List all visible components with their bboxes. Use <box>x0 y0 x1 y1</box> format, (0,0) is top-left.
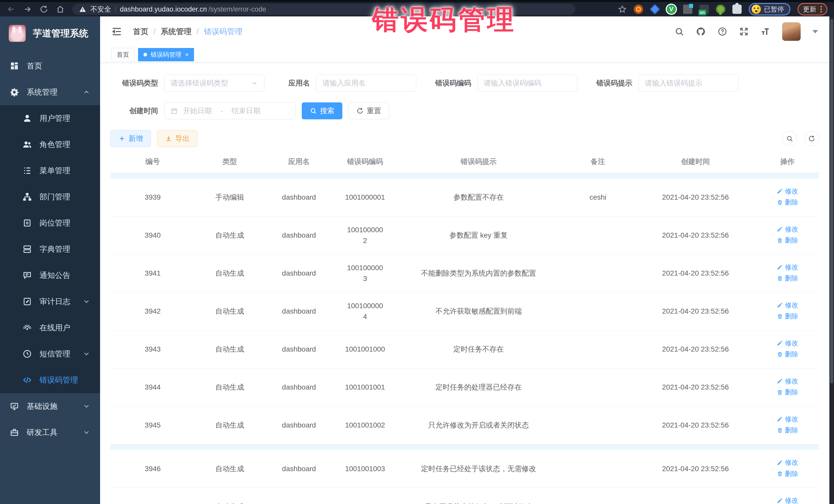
highlight-band <box>110 173 819 179</box>
delete-link[interactable]: 删除 <box>777 349 798 359</box>
tab-close-icon[interactable]: × <box>185 51 189 58</box>
gear-icon <box>10 88 19 97</box>
sidebar-item-审计日志[interactable]: 审计日志 <box>0 288 100 314</box>
edit-link[interactable]: 修改 <box>777 300 798 310</box>
edit-link[interactable]: 修改 <box>777 186 798 196</box>
sidebar-item-字典管理[interactable]: 字典管理 <box>0 236 100 262</box>
scrollbar-thumb[interactable] <box>830 19 833 384</box>
sidebar-item-短信管理[interactable]: 短信管理 <box>0 341 100 367</box>
cell-actions: 修改删除 <box>756 488 819 504</box>
browser-update-button[interactable]: 更新 <box>797 3 827 15</box>
app-name-input[interactable] <box>323 79 410 87</box>
header-search-icon[interactable] <box>674 27 684 37</box>
error-type-select[interactable]: 请选择错误码类型 <box>164 75 264 92</box>
sidebar-item-在线用户[interactable]: 在线用户 <box>0 314 100 341</box>
edit-link[interactable]: 修改 <box>777 376 798 386</box>
browser-home-icon[interactable] <box>56 5 65 14</box>
tab-home[interactable]: 首页 <box>111 48 134 61</box>
window-scrollbar[interactable] <box>829 17 834 504</box>
address-bar[interactable]: 不安全 dashboard.yudao.iocoder.cn/system/er… <box>72 4 575 15</box>
bookmark-star-icon[interactable] <box>618 5 627 14</box>
delete-icon <box>777 313 783 320</box>
extension-on-badge-icon[interactable] <box>700 5 709 14</box>
url-host: dashboard.yudao.iocoder.cn <box>120 5 207 13</box>
sidebar-item-错误码管理[interactable]: 错误码管理 <box>0 367 100 393</box>
extension-key-icon[interactable] <box>716 5 725 14</box>
column-header: 应用名 <box>264 151 334 173</box>
sidebar-item-菜单管理[interactable]: 菜单管理 <box>0 158 100 184</box>
table-row: 3946自动生成dashboard1001001003定时任务已经处于该状态，无… <box>110 450 819 488</box>
sidebar-item-研发工具[interactable]: 研发工具 <box>0 419 100 445</box>
github-icon[interactable] <box>696 27 706 37</box>
delete-link[interactable]: 删除 <box>777 197 798 207</box>
sidebar-item-岗位管理[interactable]: 岗位管理 <box>0 210 100 236</box>
extension-gem-icon[interactable] <box>650 4 660 15</box>
error-msg-input[interactable] <box>645 79 732 87</box>
export-button[interactable]: 导出 <box>157 130 198 147</box>
date-range-picker[interactable]: 开始日期 - 结束日期 <box>164 103 295 119</box>
extension-grid-icon[interactable] <box>683 5 692 14</box>
delete-link[interactable]: 删除 <box>777 387 798 397</box>
sidebar-item-首页[interactable]: 首页 <box>0 53 100 79</box>
sidebar-item-系统管理[interactable]: 系统管理 <box>0 79 100 105</box>
sidebar-item-部门管理[interactable]: 部门管理 <box>0 184 100 210</box>
column-header: 编号 <box>110 151 195 173</box>
cell-code: 1001001003 <box>334 450 396 488</box>
sidebar-item-通知公告[interactable]: 通知公告 <box>0 262 100 288</box>
cell-id: 3942 <box>110 292 195 330</box>
help-icon[interactable] <box>718 27 727 37</box>
edit-link[interactable]: 修改 <box>777 262 798 272</box>
org-tree-icon <box>23 192 32 201</box>
breadcrumb-system[interactable]: 系统管理 <box>161 26 192 37</box>
font-size-icon[interactable] <box>761 27 770 37</box>
delete-link[interactable]: 删除 <box>777 273 798 283</box>
delete-link[interactable]: 删除 <box>777 311 798 321</box>
cell-type: 自动生成 <box>195 216 264 254</box>
delete-link[interactable]: 删除 <box>777 469 798 479</box>
toggle-search-button[interactable] <box>782 131 797 146</box>
edit-link[interactable]: 修改 <box>777 338 798 348</box>
chevron-down-icon <box>251 80 258 86</box>
edit-link[interactable]: 修改 <box>777 458 798 467</box>
cell-remark <box>561 406 635 444</box>
error-code-input[interactable] <box>484 79 571 87</box>
edit-link[interactable]: 修改 <box>777 496 798 504</box>
add-button[interactable]: 新增 <box>110 130 151 147</box>
browser-reload-icon[interactable] <box>40 5 48 14</box>
delete-link[interactable]: 删除 <box>777 235 798 245</box>
delete-link[interactable]: 删除 <box>777 425 798 435</box>
reset-button[interactable]: 重置 <box>349 103 389 119</box>
sidebar-item-label: 基础设施 <box>27 401 58 412</box>
cell-time: 2021-04-20 23:52:56 <box>635 368 756 406</box>
cell-code: 1001001002 <box>334 406 396 444</box>
extension-ublock-icon[interactable] <box>634 5 643 14</box>
edit-icon <box>777 416 783 422</box>
fullscreen-icon[interactable] <box>739 27 749 37</box>
edit-link[interactable]: 修改 <box>777 414 798 424</box>
error-msg-label: 错误码提示 <box>585 78 632 88</box>
user-avatar[interactable] <box>782 22 800 41</box>
browser-back-icon[interactable] <box>7 5 15 14</box>
extensions-puzzle-icon[interactable] <box>732 5 742 14</box>
refresh-table-button[interactable] <box>804 131 819 146</box>
profile-paused-chip[interactable]: 已暂停 <box>749 3 790 15</box>
table-row: 3947自动生成dashboard1001001004只有开启状态的任务，才可以… <box>110 488 819 504</box>
delete-link-label: 删除 <box>785 425 798 435</box>
cell-message: 不能删除类型为系统内置的参数配置 <box>396 254 561 292</box>
cell-id: 3946 <box>110 450 195 488</box>
breadcrumb-home[interactable]: 首页 <box>133 26 148 37</box>
edit-link[interactable]: 修改 <box>777 224 798 234</box>
extension-v-icon[interactable]: V <box>667 5 676 14</box>
sidebar-item-角色管理[interactable]: 角色管理 <box>0 131 100 158</box>
sidebar-item-用户管理[interactable]: 用户管理 <box>0 105 100 131</box>
browser-menu-icon[interactable] <box>820 6 822 13</box>
app-title: 芋道管理系统 <box>33 27 88 40</box>
search-button[interactable]: 搜索 <box>302 103 342 119</box>
avatar-caret-down-icon[interactable] <box>812 30 818 34</box>
sidebar-item-基础设施[interactable]: 基础设施 <box>0 393 100 419</box>
chevron-down-icon <box>83 402 90 410</box>
sidebar-toggle-icon[interactable] <box>111 26 122 37</box>
browser-forward-icon[interactable] <box>23 5 32 14</box>
filter-app-name: 应用名 <box>271 75 416 92</box>
tab-error-code[interactable]: 错误码管理 × <box>138 48 194 61</box>
